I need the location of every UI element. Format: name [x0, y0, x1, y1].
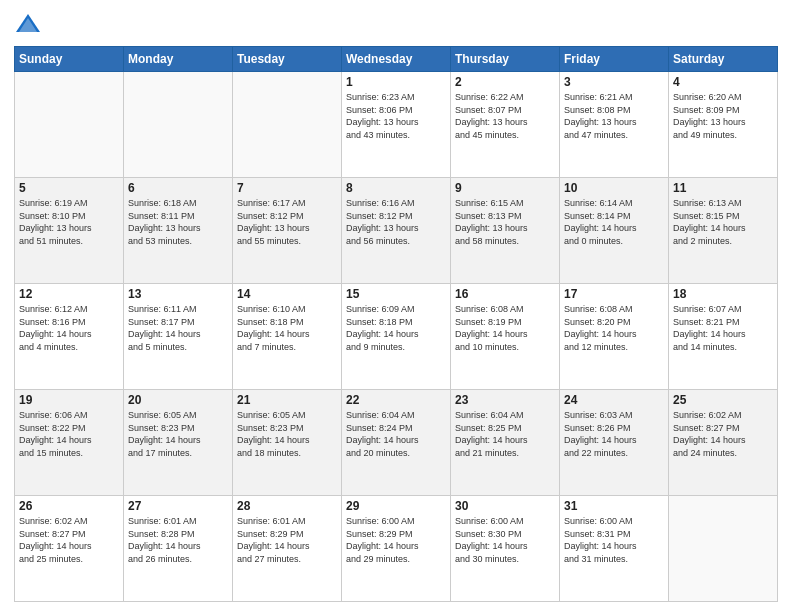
- day-number: 26: [19, 499, 119, 513]
- calendar-cell: 14Sunrise: 6:10 AM Sunset: 8:18 PM Dayli…: [233, 284, 342, 390]
- calendar-cell: [124, 72, 233, 178]
- calendar-cell: 25Sunrise: 6:02 AM Sunset: 8:27 PM Dayli…: [669, 390, 778, 496]
- day-number: 31: [564, 499, 664, 513]
- day-number: 19: [19, 393, 119, 407]
- calendar-cell: 1Sunrise: 6:23 AM Sunset: 8:06 PM Daylig…: [342, 72, 451, 178]
- day-info: Sunrise: 6:21 AM Sunset: 8:08 PM Dayligh…: [564, 91, 664, 141]
- weekday-wednesday: Wednesday: [342, 47, 451, 72]
- calendar-cell: [15, 72, 124, 178]
- day-number: 15: [346, 287, 446, 301]
- calendar-table: SundayMondayTuesdayWednesdayThursdayFrid…: [14, 46, 778, 602]
- day-number: 8: [346, 181, 446, 195]
- calendar-cell: 2Sunrise: 6:22 AM Sunset: 8:07 PM Daylig…: [451, 72, 560, 178]
- calendar-cell: 6Sunrise: 6:18 AM Sunset: 8:11 PM Daylig…: [124, 178, 233, 284]
- calendar-cell: 27Sunrise: 6:01 AM Sunset: 8:28 PM Dayli…: [124, 496, 233, 602]
- calendar-week-1: 1Sunrise: 6:23 AM Sunset: 8:06 PM Daylig…: [15, 72, 778, 178]
- day-number: 2: [455, 75, 555, 89]
- calendar-cell: 11Sunrise: 6:13 AM Sunset: 8:15 PM Dayli…: [669, 178, 778, 284]
- calendar-cell: 18Sunrise: 6:07 AM Sunset: 8:21 PM Dayli…: [669, 284, 778, 390]
- calendar-week-4: 19Sunrise: 6:06 AM Sunset: 8:22 PM Dayli…: [15, 390, 778, 496]
- day-info: Sunrise: 6:00 AM Sunset: 8:30 PM Dayligh…: [455, 515, 555, 565]
- day-info: Sunrise: 6:03 AM Sunset: 8:26 PM Dayligh…: [564, 409, 664, 459]
- day-info: Sunrise: 6:04 AM Sunset: 8:24 PM Dayligh…: [346, 409, 446, 459]
- day-number: 23: [455, 393, 555, 407]
- page: SundayMondayTuesdayWednesdayThursdayFrid…: [0, 0, 792, 612]
- calendar-cell: 13Sunrise: 6:11 AM Sunset: 8:17 PM Dayli…: [124, 284, 233, 390]
- calendar-cell: 16Sunrise: 6:08 AM Sunset: 8:19 PM Dayli…: [451, 284, 560, 390]
- day-info: Sunrise: 6:00 AM Sunset: 8:29 PM Dayligh…: [346, 515, 446, 565]
- day-number: 27: [128, 499, 228, 513]
- day-number: 29: [346, 499, 446, 513]
- day-info: Sunrise: 6:08 AM Sunset: 8:20 PM Dayligh…: [564, 303, 664, 353]
- day-number: 3: [564, 75, 664, 89]
- day-info: Sunrise: 6:08 AM Sunset: 8:19 PM Dayligh…: [455, 303, 555, 353]
- day-info: Sunrise: 6:05 AM Sunset: 8:23 PM Dayligh…: [128, 409, 228, 459]
- day-number: 25: [673, 393, 773, 407]
- calendar-cell: 29Sunrise: 6:00 AM Sunset: 8:29 PM Dayli…: [342, 496, 451, 602]
- calendar-cell: 10Sunrise: 6:14 AM Sunset: 8:14 PM Dayli…: [560, 178, 669, 284]
- day-info: Sunrise: 6:15 AM Sunset: 8:13 PM Dayligh…: [455, 197, 555, 247]
- day-number: 7: [237, 181, 337, 195]
- day-number: 20: [128, 393, 228, 407]
- day-number: 11: [673, 181, 773, 195]
- weekday-header-row: SundayMondayTuesdayWednesdayThursdayFrid…: [15, 47, 778, 72]
- day-number: 10: [564, 181, 664, 195]
- calendar-cell: 31Sunrise: 6:00 AM Sunset: 8:31 PM Dayli…: [560, 496, 669, 602]
- day-info: Sunrise: 6:02 AM Sunset: 8:27 PM Dayligh…: [19, 515, 119, 565]
- day-info: Sunrise: 6:19 AM Sunset: 8:10 PM Dayligh…: [19, 197, 119, 247]
- day-info: Sunrise: 6:07 AM Sunset: 8:21 PM Dayligh…: [673, 303, 773, 353]
- logo-icon: [14, 10, 42, 38]
- calendar-cell: 8Sunrise: 6:16 AM Sunset: 8:12 PM Daylig…: [342, 178, 451, 284]
- day-number: 9: [455, 181, 555, 195]
- calendar-cell: 5Sunrise: 6:19 AM Sunset: 8:10 PM Daylig…: [15, 178, 124, 284]
- day-info: Sunrise: 6:12 AM Sunset: 8:16 PM Dayligh…: [19, 303, 119, 353]
- day-info: Sunrise: 6:05 AM Sunset: 8:23 PM Dayligh…: [237, 409, 337, 459]
- day-number: 18: [673, 287, 773, 301]
- day-info: Sunrise: 6:11 AM Sunset: 8:17 PM Dayligh…: [128, 303, 228, 353]
- day-number: 1: [346, 75, 446, 89]
- weekday-tuesday: Tuesday: [233, 47, 342, 72]
- calendar-cell: 12Sunrise: 6:12 AM Sunset: 8:16 PM Dayli…: [15, 284, 124, 390]
- weekday-friday: Friday: [560, 47, 669, 72]
- calendar-cell: 19Sunrise: 6:06 AM Sunset: 8:22 PM Dayli…: [15, 390, 124, 496]
- day-number: 24: [564, 393, 664, 407]
- calendar-cell: 20Sunrise: 6:05 AM Sunset: 8:23 PM Dayli…: [124, 390, 233, 496]
- calendar-cell: 21Sunrise: 6:05 AM Sunset: 8:23 PM Dayli…: [233, 390, 342, 496]
- day-info: Sunrise: 6:10 AM Sunset: 8:18 PM Dayligh…: [237, 303, 337, 353]
- calendar-cell: 28Sunrise: 6:01 AM Sunset: 8:29 PM Dayli…: [233, 496, 342, 602]
- day-number: 17: [564, 287, 664, 301]
- weekday-sunday: Sunday: [15, 47, 124, 72]
- day-number: 5: [19, 181, 119, 195]
- day-info: Sunrise: 6:22 AM Sunset: 8:07 PM Dayligh…: [455, 91, 555, 141]
- day-number: 22: [346, 393, 446, 407]
- day-number: 6: [128, 181, 228, 195]
- calendar-cell: 23Sunrise: 6:04 AM Sunset: 8:25 PM Dayli…: [451, 390, 560, 496]
- calendar-cell: 3Sunrise: 6:21 AM Sunset: 8:08 PM Daylig…: [560, 72, 669, 178]
- calendar-cell: 30Sunrise: 6:00 AM Sunset: 8:30 PM Dayli…: [451, 496, 560, 602]
- day-info: Sunrise: 6:06 AM Sunset: 8:22 PM Dayligh…: [19, 409, 119, 459]
- calendar-cell: 24Sunrise: 6:03 AM Sunset: 8:26 PM Dayli…: [560, 390, 669, 496]
- day-info: Sunrise: 6:23 AM Sunset: 8:06 PM Dayligh…: [346, 91, 446, 141]
- day-number: 28: [237, 499, 337, 513]
- calendar-cell: 15Sunrise: 6:09 AM Sunset: 8:18 PM Dayli…: [342, 284, 451, 390]
- calendar-cell: 26Sunrise: 6:02 AM Sunset: 8:27 PM Dayli…: [15, 496, 124, 602]
- day-info: Sunrise: 6:18 AM Sunset: 8:11 PM Dayligh…: [128, 197, 228, 247]
- day-number: 14: [237, 287, 337, 301]
- day-info: Sunrise: 6:17 AM Sunset: 8:12 PM Dayligh…: [237, 197, 337, 247]
- day-number: 13: [128, 287, 228, 301]
- day-number: 16: [455, 287, 555, 301]
- day-info: Sunrise: 6:04 AM Sunset: 8:25 PM Dayligh…: [455, 409, 555, 459]
- day-info: Sunrise: 6:00 AM Sunset: 8:31 PM Dayligh…: [564, 515, 664, 565]
- day-info: Sunrise: 6:13 AM Sunset: 8:15 PM Dayligh…: [673, 197, 773, 247]
- calendar-cell: 9Sunrise: 6:15 AM Sunset: 8:13 PM Daylig…: [451, 178, 560, 284]
- calendar-cell: [669, 496, 778, 602]
- logo: [14, 10, 46, 38]
- day-info: Sunrise: 6:01 AM Sunset: 8:28 PM Dayligh…: [128, 515, 228, 565]
- calendar-week-2: 5Sunrise: 6:19 AM Sunset: 8:10 PM Daylig…: [15, 178, 778, 284]
- day-info: Sunrise: 6:09 AM Sunset: 8:18 PM Dayligh…: [346, 303, 446, 353]
- weekday-thursday: Thursday: [451, 47, 560, 72]
- calendar-week-5: 26Sunrise: 6:02 AM Sunset: 8:27 PM Dayli…: [15, 496, 778, 602]
- calendar-cell: [233, 72, 342, 178]
- day-number: 21: [237, 393, 337, 407]
- weekday-monday: Monday: [124, 47, 233, 72]
